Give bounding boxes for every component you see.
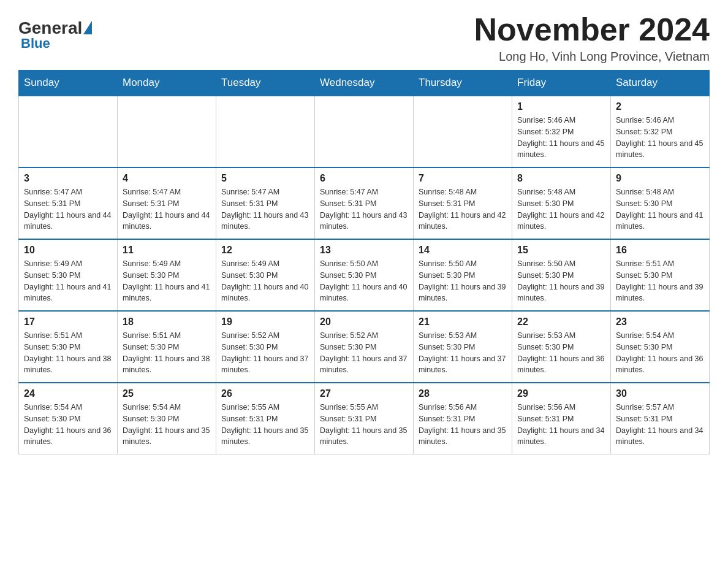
calendar-day-cell: 30Sunrise: 5:57 AM Sunset: 5:31 PM Dayli… — [611, 383, 710, 454]
day-number: 26 — [221, 388, 309, 399]
calendar-day-cell: 15Sunrise: 5:50 AM Sunset: 5:30 PM Dayli… — [512, 239, 611, 311]
calendar-day-cell: 17Sunrise: 5:51 AM Sunset: 5:30 PM Dayli… — [19, 311, 118, 383]
day-info: Sunrise: 5:47 AM Sunset: 5:31 PM Dayligh… — [221, 186, 309, 232]
day-info: Sunrise: 5:56 AM Sunset: 5:31 PM Dayligh… — [517, 402, 605, 448]
day-info: Sunrise: 5:49 AM Sunset: 5:30 PM Dayligh… — [24, 258, 112, 304]
calendar-week-row: 10Sunrise: 5:49 AM Sunset: 5:30 PM Dayli… — [19, 239, 710, 311]
calendar-day-cell: 13Sunrise: 5:50 AM Sunset: 5:30 PM Dayli… — [315, 239, 414, 311]
weekday-header-wednesday: Wednesday — [315, 71, 414, 96]
weekday-header-tuesday: Tuesday — [216, 71, 315, 96]
calendar-day-cell: 21Sunrise: 5:53 AM Sunset: 5:30 PM Dayli… — [414, 311, 512, 383]
day-info: Sunrise: 5:51 AM Sunset: 5:30 PM Dayligh… — [123, 330, 211, 376]
calendar-day-cell: 20Sunrise: 5:52 AM Sunset: 5:30 PM Dayli… — [315, 311, 414, 383]
logo-blue-text: Blue — [21, 36, 50, 52]
calendar-day-cell: 1Sunrise: 5:46 AM Sunset: 5:32 PM Daylig… — [512, 96, 611, 167]
day-info: Sunrise: 5:48 AM Sunset: 5:31 PM Dayligh… — [419, 186, 507, 232]
day-number: 21 — [419, 316, 507, 327]
day-number: 15 — [517, 245, 605, 256]
calendar-day-cell: 3Sunrise: 5:47 AM Sunset: 5:31 PM Daylig… — [19, 167, 118, 239]
calendar-header-row: SundayMondayTuesdayWednesdayThursdayFrid… — [19, 71, 710, 96]
calendar-day-cell: 23Sunrise: 5:54 AM Sunset: 5:30 PM Dayli… — [611, 311, 710, 383]
location-subtitle: Long Ho, Vinh Long Province, Vietnam — [474, 50, 710, 64]
calendar-day-cell: 10Sunrise: 5:49 AM Sunset: 5:30 PM Dayli… — [19, 239, 118, 311]
calendar-day-cell — [315, 96, 414, 167]
day-info: Sunrise: 5:49 AM Sunset: 5:30 PM Dayligh… — [221, 258, 309, 304]
day-info: Sunrise: 5:50 AM Sunset: 5:30 PM Dayligh… — [419, 258, 507, 304]
calendar-day-cell: 27Sunrise: 5:55 AM Sunset: 5:31 PM Dayli… — [315, 383, 414, 454]
calendar-day-cell: 7Sunrise: 5:48 AM Sunset: 5:31 PM Daylig… — [414, 167, 512, 239]
calendar-day-cell: 6Sunrise: 5:47 AM Sunset: 5:31 PM Daylig… — [315, 167, 414, 239]
day-number: 9 — [616, 173, 704, 184]
title-area: November 2024 Long Ho, Vinh Long Provinc… — [474, 12, 710, 64]
day-number: 24 — [24, 388, 112, 399]
day-info: Sunrise: 5:53 AM Sunset: 5:30 PM Dayligh… — [517, 330, 605, 376]
weekday-header-sunday: Sunday — [19, 71, 118, 96]
calendar-day-cell: 29Sunrise: 5:56 AM Sunset: 5:31 PM Dayli… — [512, 383, 611, 454]
calendar-day-cell: 19Sunrise: 5:52 AM Sunset: 5:30 PM Dayli… — [216, 311, 315, 383]
day-info: Sunrise: 5:46 AM Sunset: 5:32 PM Dayligh… — [616, 115, 704, 161]
calendar-day-cell: 16Sunrise: 5:51 AM Sunset: 5:30 PM Dayli… — [611, 239, 710, 311]
day-number: 2 — [616, 101, 704, 112]
day-info: Sunrise: 5:56 AM Sunset: 5:31 PM Dayligh… — [419, 402, 507, 448]
day-info: Sunrise: 5:47 AM Sunset: 5:31 PM Dayligh… — [123, 186, 211, 232]
weekday-header-thursday: Thursday — [414, 71, 512, 96]
calendar-day-cell: 9Sunrise: 5:48 AM Sunset: 5:30 PM Daylig… — [611, 167, 710, 239]
calendar-week-row: 17Sunrise: 5:51 AM Sunset: 5:30 PM Dayli… — [19, 311, 710, 383]
page-title: November 2024 — [474, 12, 710, 47]
day-number: 6 — [320, 173, 408, 184]
day-info: Sunrise: 5:48 AM Sunset: 5:30 PM Dayligh… — [517, 186, 605, 232]
day-info: Sunrise: 5:52 AM Sunset: 5:30 PM Dayligh… — [221, 330, 309, 376]
day-info: Sunrise: 5:51 AM Sunset: 5:30 PM Dayligh… — [24, 330, 112, 376]
day-info: Sunrise: 5:50 AM Sunset: 5:30 PM Dayligh… — [517, 258, 605, 304]
day-number: 10 — [24, 245, 112, 256]
calendar-day-cell: 8Sunrise: 5:48 AM Sunset: 5:30 PM Daylig… — [512, 167, 611, 239]
calendar-day-cell — [414, 96, 512, 167]
day-info: Sunrise: 5:49 AM Sunset: 5:30 PM Dayligh… — [123, 258, 211, 304]
calendar-day-cell: 18Sunrise: 5:51 AM Sunset: 5:30 PM Dayli… — [118, 311, 216, 383]
calendar-day-cell — [216, 96, 315, 167]
day-info: Sunrise: 5:50 AM Sunset: 5:30 PM Dayligh… — [320, 258, 408, 304]
day-number: 1 — [517, 101, 605, 112]
day-number: 28 — [419, 388, 507, 399]
calendar-day-cell: 14Sunrise: 5:50 AM Sunset: 5:30 PM Dayli… — [414, 239, 512, 311]
day-number: 27 — [320, 388, 408, 399]
day-number: 7 — [419, 173, 507, 184]
day-number: 3 — [24, 173, 112, 184]
calendar-day-cell — [118, 96, 216, 167]
day-number: 16 — [616, 245, 704, 256]
day-number: 25 — [123, 388, 211, 399]
day-number: 4 — [123, 173, 211, 184]
day-number: 5 — [221, 173, 309, 184]
calendar-day-cell: 25Sunrise: 5:54 AM Sunset: 5:30 PM Dayli… — [118, 383, 216, 454]
day-info: Sunrise: 5:46 AM Sunset: 5:32 PM Dayligh… — [517, 115, 605, 161]
calendar-day-cell: 5Sunrise: 5:47 AM Sunset: 5:31 PM Daylig… — [216, 167, 315, 239]
logo: General Blue — [18, 18, 93, 52]
calendar-day-cell: 28Sunrise: 5:56 AM Sunset: 5:31 PM Dayli… — [414, 383, 512, 454]
calendar-day-cell: 11Sunrise: 5:49 AM Sunset: 5:30 PM Dayli… — [118, 239, 216, 311]
logo-triangle-icon — [83, 21, 92, 34]
weekday-header-friday: Friday — [512, 71, 611, 96]
day-number: 8 — [517, 173, 605, 184]
weekday-header-monday: Monday — [118, 71, 216, 96]
calendar-day-cell: 12Sunrise: 5:49 AM Sunset: 5:30 PM Dayli… — [216, 239, 315, 311]
calendar-day-cell: 22Sunrise: 5:53 AM Sunset: 5:30 PM Dayli… — [512, 311, 611, 383]
day-info: Sunrise: 5:57 AM Sunset: 5:31 PM Dayligh… — [616, 402, 704, 448]
day-number: 17 — [24, 316, 112, 327]
calendar-day-cell: 26Sunrise: 5:55 AM Sunset: 5:31 PM Dayli… — [216, 383, 315, 454]
day-info: Sunrise: 5:54 AM Sunset: 5:30 PM Dayligh… — [123, 402, 211, 448]
day-number: 19 — [221, 316, 309, 327]
day-number: 14 — [419, 245, 507, 256]
day-number: 11 — [123, 245, 211, 256]
day-info: Sunrise: 5:55 AM Sunset: 5:31 PM Dayligh… — [320, 402, 408, 448]
day-number: 23 — [616, 316, 704, 327]
day-info: Sunrise: 5:54 AM Sunset: 5:30 PM Dayligh… — [24, 402, 112, 448]
day-number: 29 — [517, 388, 605, 399]
weekday-header-saturday: Saturday — [611, 71, 710, 96]
day-number: 22 — [517, 316, 605, 327]
day-info: Sunrise: 5:47 AM Sunset: 5:31 PM Dayligh… — [24, 186, 112, 232]
day-number: 20 — [320, 316, 408, 327]
calendar-day-cell: 4Sunrise: 5:47 AM Sunset: 5:31 PM Daylig… — [118, 167, 216, 239]
day-info: Sunrise: 5:47 AM Sunset: 5:31 PM Dayligh… — [320, 186, 408, 232]
day-info: Sunrise: 5:53 AM Sunset: 5:30 PM Dayligh… — [419, 330, 507, 376]
calendar-table: SundayMondayTuesdayWednesdayThursdayFrid… — [18, 70, 710, 454]
